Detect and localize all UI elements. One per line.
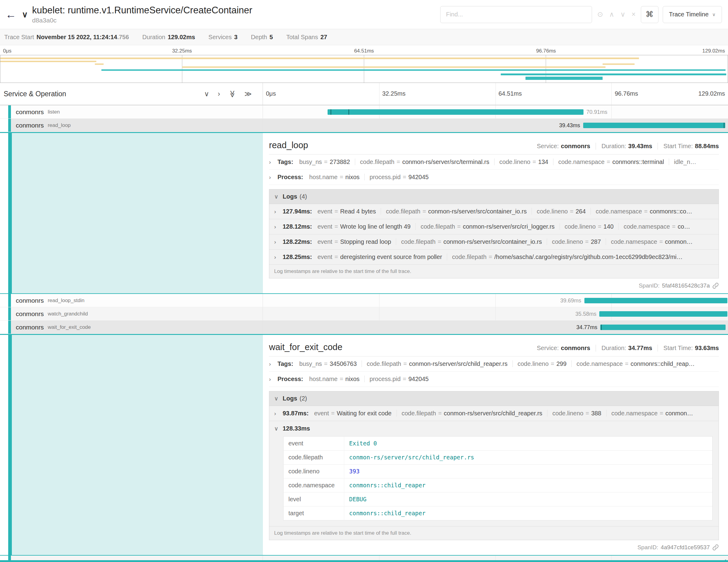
key-value-field: code.lineno=388 bbox=[547, 410, 601, 417]
log-field-value: conmonrs::child_reaper bbox=[344, 479, 712, 492]
field-key: event bbox=[318, 223, 332, 230]
span-row-name-cell[interactable]: conmonrs read_loop bbox=[0, 119, 263, 132]
summary-item: Services 3 bbox=[209, 34, 238, 41]
span-row-timeline-cell[interactable]: 34.77ms bbox=[263, 321, 728, 334]
logs-note: Log timestamps are relative to the start… bbox=[269, 526, 719, 540]
log-timestamp: 128.12ms: bbox=[283, 223, 312, 230]
field-key: code.lineno bbox=[499, 158, 530, 165]
span-bar[interactable] bbox=[600, 325, 726, 330]
process-row[interactable]: › Process: host.name=nixosprocess.pid=94… bbox=[269, 372, 719, 387]
collapse-one-icon[interactable]: ∨ bbox=[204, 90, 209, 98]
log-timestamp: 128.22ms: bbox=[283, 238, 312, 245]
span-row-name-cell[interactable]: conmonrs read_loop_stdin bbox=[0, 294, 263, 307]
field-equals-sign: = bbox=[396, 158, 400, 165]
log-chevron-icon[interactable]: › bbox=[274, 410, 283, 417]
span-row-name-cell[interactable]: conmonrs wait_for_exit_code bbox=[0, 321, 263, 334]
trace-title: kubelet: runtime.v1.RuntimeService/Creat… bbox=[32, 5, 252, 16]
key-value-field: event=Wrote log line of length 49 bbox=[318, 223, 411, 230]
expand-all-icon[interactable]: ≫ bbox=[244, 90, 252, 98]
field-equals-sign: = bbox=[438, 238, 441, 245]
log-table-row: target conmonrs::child_reaper bbox=[284, 506, 712, 520]
view-selector-button[interactable]: Trace Timeline ∨ bbox=[663, 6, 722, 23]
tags-row[interactable]: › Tags: busy_ns=273882code.filepath=conm… bbox=[269, 155, 719, 170]
expand-one-icon[interactable]: › bbox=[218, 90, 220, 98]
minimap-tick-label: 0μs bbox=[3, 48, 12, 54]
log-entry[interactable]: › 128.22ms: event=Stopping read loopcode… bbox=[269, 234, 719, 250]
key-value-field: event=Stopping read loop bbox=[318, 238, 391, 245]
log-chevron-icon[interactable]: ∨ bbox=[274, 425, 283, 432]
log-fields: event=Stopping read loopcode.filepath=co… bbox=[318, 238, 715, 245]
span-row-timeline-cell[interactable]: 39.43ms bbox=[263, 119, 728, 132]
log-entry[interactable]: › 93.87ms: event=Waiting for exit codeco… bbox=[269, 406, 719, 421]
tags-label: Tags: bbox=[277, 360, 293, 367]
span-duration-label: 35.58ms bbox=[575, 311, 596, 317]
service-name: conmonrs bbox=[16, 108, 44, 116]
copy-link-icon[interactable] bbox=[712, 282, 719, 289]
span-bar[interactable] bbox=[584, 298, 727, 303]
span-start-time: Start Time:93.63ms bbox=[658, 345, 719, 352]
find-clear-icon[interactable]: × bbox=[631, 10, 636, 19]
chevron-right-icon: › bbox=[269, 174, 277, 181]
logs-section: ∨ Logs (2) › 93.87ms: event=Waiting for … bbox=[269, 391, 719, 540]
span-row[interactable]: conmonrs wait_for_exit_code 34.77ms bbox=[0, 321, 728, 334]
field-value: Read 4 bytes bbox=[340, 208, 376, 215]
process-row[interactable]: › Process: host.name=nixosprocess.pid=94… bbox=[269, 170, 719, 185]
log-fields: event=Waiting for exit codecode.filepath… bbox=[314, 410, 715, 417]
log-marker-tick bbox=[724, 123, 724, 128]
span-rows-container: conmonrs listen 70.91ms conmonrs read_lo… bbox=[0, 105, 728, 562]
span-row-name-cell[interactable]: conmonrs watch_grandchild bbox=[0, 307, 263, 320]
keyboard-shortcuts-button[interactable]: ⌘ bbox=[641, 6, 658, 23]
tags-row[interactable]: › Tags: busy_ns=34506763code.filepath=co… bbox=[269, 356, 719, 372]
log-chevron-icon[interactable]: › bbox=[274, 223, 283, 230]
operation-name: read_loop_stdin bbox=[48, 298, 84, 304]
back-button[interactable]: ← bbox=[0, 8, 22, 21]
field-value: conmon-rs/server/src/cri_logger.rs bbox=[463, 223, 555, 230]
span-row[interactable]: conmonrs watch_grandchild 35.58ms bbox=[0, 307, 728, 321]
span-row[interactable]: conmonrs read_loop_stdin 39.69ms bbox=[0, 294, 728, 307]
key-value-field: event=Read 4 bytes bbox=[318, 208, 376, 215]
span-service: Service:conmonrs bbox=[537, 143, 590, 150]
key-value-field: code.filepath=conmon-rs/server/src/conta… bbox=[381, 208, 527, 215]
span-row[interactable]: conmonrs read_loop 39.43ms bbox=[0, 119, 728, 132]
span-row[interactable]: conmonrs listen 70.91ms bbox=[0, 105, 728, 119]
log-entry[interactable]: › 128.25ms: event=deregistering event so… bbox=[269, 250, 719, 265]
process-list: host.name=nixosprocess.pid=942045 bbox=[309, 174, 719, 181]
collapse-all-icon[interactable]: ≫ bbox=[228, 90, 236, 97]
log-entry[interactable]: › 127.94ms: event=Read 4 bytescode.filep… bbox=[269, 204, 719, 219]
span-row-timeline-cell[interactable]: 70.91ms bbox=[263, 105, 728, 118]
view-selector-label: Trace Timeline bbox=[669, 11, 709, 18]
logs-header[interactable]: ∨ Logs (2) bbox=[269, 391, 719, 406]
span-service: Service:conmonrs bbox=[537, 345, 590, 352]
span-row-timeline-cell[interactable]: 39.69ms bbox=[263, 294, 728, 307]
field-value: 134 bbox=[538, 158, 548, 165]
log-entry[interactable]: › 128.12ms: event=Wrote log line of leng… bbox=[269, 219, 719, 234]
find-next-icon[interactable]: ∨ bbox=[619, 10, 626, 19]
span-row-timeline-cell[interactable]: 35.58ms bbox=[263, 307, 728, 320]
chevron-right-icon: › bbox=[269, 159, 277, 165]
match-highlight-icon[interactable]: ⊙ bbox=[596, 10, 604, 19]
logs-header[interactable]: ∨ Logs (4) bbox=[269, 189, 719, 204]
span-bar[interactable] bbox=[583, 123, 725, 128]
span-id-row: SpanID: 4a947cfd1ce59537 bbox=[269, 544, 719, 551]
span-row-name-cell[interactable]: conmonrs listen bbox=[0, 105, 263, 118]
span-bar[interactable] bbox=[328, 109, 583, 115]
summary-item: Depth 5 bbox=[251, 34, 273, 41]
field-value: Stopping read loop bbox=[340, 238, 391, 245]
log-field-key: level bbox=[284, 492, 344, 506]
key-value-field: host.name=nixos bbox=[309, 376, 360, 382]
log-entry[interactable]: ∨ 128.33ms event Exited 0 code.filepath … bbox=[269, 421, 719, 526]
summary-item: Total Spans 27 bbox=[286, 34, 327, 41]
log-chevron-icon[interactable]: › bbox=[274, 239, 283, 245]
span-id-label: SpanID: bbox=[638, 544, 658, 551]
tags-label: Tags: bbox=[277, 158, 293, 165]
log-chevron-icon[interactable]: › bbox=[274, 208, 283, 215]
minimap-spans-svg bbox=[0, 55, 728, 83]
find-prev-icon[interactable]: ∧ bbox=[608, 10, 615, 19]
trace-collapse-chevron-icon[interactable]: ∨ bbox=[22, 10, 28, 19]
copy-link-icon[interactable] bbox=[712, 544, 719, 551]
minimap-chart[interactable] bbox=[0, 55, 728, 83]
log-chevron-icon[interactable]: › bbox=[274, 254, 283, 261]
field-key: code.filepath bbox=[360, 158, 394, 165]
find-input[interactable] bbox=[440, 6, 592, 23]
span-bar[interactable] bbox=[599, 311, 727, 317]
